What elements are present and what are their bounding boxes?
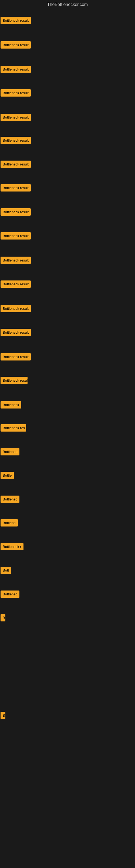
list-item: Bottleneck result — [1, 161, 31, 169]
bottleneck-badge: Bottle — [1, 472, 14, 479]
bottleneck-badge: Bottleneck result — [1, 329, 31, 336]
list-item: Bottleneck result — [1, 353, 31, 362]
bottleneck-badge: Bottleneck result — [1, 184, 31, 191]
bottleneck-badge: Bottleneck result — [1, 353, 31, 361]
bottleneck-badge: Bottleneck — [1, 401, 21, 408]
list-item: Bott — [1, 567, 11, 575]
list-item: B — [1, 614, 5, 622]
list-item: Bottleneck result — [1, 17, 31, 25]
list-item: Bottleneck result — [1, 184, 31, 193]
bottleneck-badge: Bottleneck result — [1, 208, 31, 216]
bottleneck-badge: Bottlenec — [1, 590, 19, 598]
list-item: Bottlenec — [1, 590, 19, 599]
bottleneck-badge: B — [1, 614, 5, 621]
bottleneck-badge: Bottlend — [1, 519, 18, 527]
list-item: Bottleneck result — [1, 305, 31, 313]
list-item: Bottleneck result — [1, 41, 31, 50]
list-item: B — [1, 712, 5, 720]
bottleneck-badge: Bottleneck result — [1, 161, 31, 168]
page-wrapper: TheBottlenecker.com Bottleneck resultBot… — [0, 0, 135, 868]
list-item: Bottleneck — [1, 401, 21, 410]
bottleneck-badge: Bottleneck result — [1, 280, 31, 288]
list-item: Bottleneck result — [1, 208, 31, 217]
list-item: Bottleneck result — [1, 257, 31, 265]
bottleneck-badge: Bottleneck result — [1, 66, 31, 73]
bottleneck-badge: Bottleneck result — [1, 17, 31, 24]
bottleneck-badge: B — [1, 712, 5, 719]
site-title: TheBottlenecker.com — [0, 0, 135, 9]
bottleneck-badge: Bottleneck res — [1, 424, 26, 432]
bottleneck-badge: Bottleneck result — [1, 114, 31, 121]
bottleneck-badge: Bottleneck result — [1, 89, 31, 97]
list-item: Bottlenec — [1, 496, 19, 504]
bottleneck-badge: Bottlenec — [1, 448, 19, 456]
list-item: Bottleneck result — [1, 137, 31, 145]
bottleneck-badge: Bottleneck result — [1, 305, 31, 312]
list-item: Bottle — [1, 472, 14, 480]
list-item: Bottleneck result — [1, 232, 31, 241]
bottleneck-badge: Bottleneck r — [1, 543, 24, 550]
bottleneck-badge: Bottleneck result — [1, 377, 28, 384]
list-item: Bottleneck result — [1, 66, 31, 74]
bottleneck-badge: Bott — [1, 567, 11, 574]
bottleneck-badge: Bottlenec — [1, 496, 19, 503]
bottleneck-badge: Bottleneck result — [1, 232, 31, 240]
list-item: Bottlenec — [1, 448, 19, 457]
bottleneck-badge: Bottleneck result — [1, 41, 31, 49]
list-item: Bottleneck r — [1, 543, 24, 552]
list-item: Bottleneck result — [1, 377, 28, 385]
list-item: Bottleneck result — [1, 114, 31, 122]
list-item: Bottleneck res — [1, 424, 26, 433]
bottleneck-badge: Bottleneck result — [1, 257, 31, 264]
list-item: Bottleneck result — [1, 329, 31, 337]
list-item: Bottleneck result — [1, 89, 31, 98]
list-item: Bottleneck result — [1, 280, 31, 289]
bottleneck-badge: Bottleneck result — [1, 137, 31, 144]
list-item: Bottlend — [1, 519, 18, 528]
